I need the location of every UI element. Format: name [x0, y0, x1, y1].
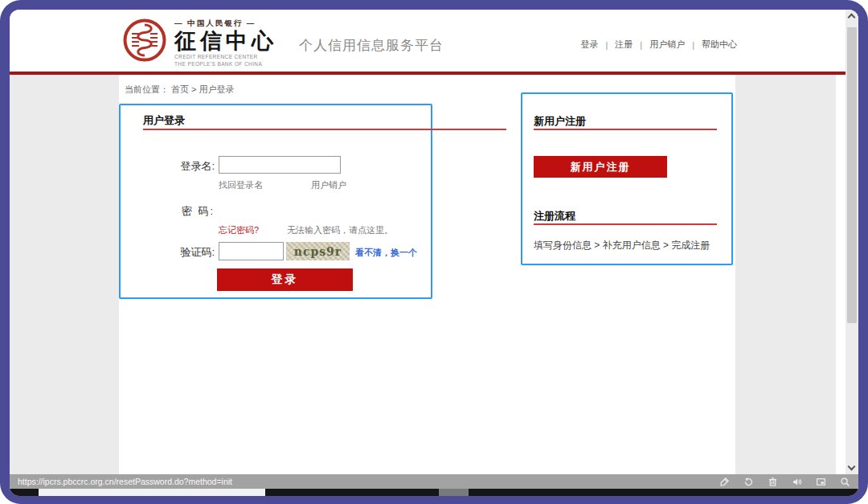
credit-center-name: 征信中心	[174, 30, 295, 52]
username-input[interactable]	[219, 156, 341, 174]
register-title-underline	[534, 129, 717, 130]
logo-english-line2: THE PEOPLE'S BANK OF CHINA	[174, 61, 295, 68]
recover-username-link[interactable]: 找回登录名	[219, 179, 263, 191]
register-panel: 新用户注册 新用户注册 注册流程 填写身份信息 > 补充用户信息 > 完成注册	[521, 92, 733, 265]
forgot-password-link[interactable]: 忘记密码?	[219, 224, 259, 236]
trash-icon[interactable]	[768, 477, 778, 487]
process-title-underline	[534, 223, 717, 225]
status-toolbar	[719, 477, 850, 487]
close-account-link[interactable]: 用户销户	[311, 179, 346, 191]
vertical-scrollbar-thumb[interactable]	[847, 27, 857, 323]
breadcrumb: 当前位置： 首页 > 用户登录	[125, 84, 235, 96]
login-panel: 用户登录 登录名: 找回登录名 用户销户 密 码: 忘记密码? 无法输入密码，请…	[119, 104, 432, 299]
browser-viewport: — 中国人民银行 — 征信中心 CREDIT REFERENCE CENTER …	[10, 10, 858, 496]
scroll-up-arrow-icon[interactable]	[848, 14, 856, 22]
captcha-input[interactable]	[219, 242, 284, 260]
nav-separator: |	[640, 40, 642, 50]
login-title-underline	[143, 129, 506, 130]
logo-english-line1: CREDIT REFERENCE CENTER	[174, 54, 295, 60]
magnifier-icon[interactable]	[840, 477, 850, 487]
pbc-seal-logo-icon	[122, 18, 167, 63]
horizontal-scrollbar[interactable]	[10, 489, 858, 496]
bank-name: — 中国人民银行 —	[174, 18, 295, 29]
logo-english-caption: CREDIT REFERENCE CENTER THE PEOPLE'S BAN…	[174, 54, 295, 68]
status-bar: https://ipcrs.pbccrc.org.cn/resetPasswor…	[10, 474, 858, 489]
nav-help-center-link[interactable]: 帮助中心	[702, 39, 737, 51]
login-panel-title: 用户登录	[143, 113, 185, 128]
status-url: https://ipcrs.pbccrc.org.cn/resetPasswor…	[18, 477, 232, 486]
volume-icon[interactable]	[792, 477, 802, 487]
horizontal-scrollbar-thumb[interactable]	[39, 489, 265, 496]
pip-window-icon[interactable]	[816, 477, 826, 487]
captcha-label: 验证码:	[174, 245, 215, 260]
history-icon[interactable]	[743, 477, 754, 487]
register-panel-title: 新用户注册	[534, 114, 586, 129]
header-nav: 登录 | 注册 | 用户销户 | 帮助中心	[580, 39, 737, 51]
nav-register-link[interactable]: 注册	[615, 39, 633, 51]
screenshot-frame: — 中国人民银行 — 征信中心 CREDIT REFERENCE CENTER …	[0, 0, 868, 504]
site-header: — 中国人民银行 — 征信中心 CREDIT REFERENCE CENTER …	[10, 10, 858, 72]
username-label: 登录名:	[174, 159, 215, 174]
captcha-image[interactable]: ncps9r	[286, 242, 350, 260]
horizontal-scrollbar-segment	[439, 489, 469, 496]
breadcrumb-prefix: 当前位置：	[125, 84, 169, 94]
logo-text-block: — 中国人民银行 — 征信中心 CREDIT REFERENCE CENTER …	[174, 18, 295, 68]
page-content: 当前位置： 首页 > 用户登录 用户登录 登录名: 找回登录名 用户销户 密 码…	[10, 75, 836, 474]
nav-separator: |	[692, 40, 694, 50]
password-help-text[interactable]: 无法输入密码，请点这里。	[287, 224, 393, 236]
breadcrumb-path: 首页 > 用户登录	[171, 84, 235, 94]
cleaner-icon[interactable]	[719, 477, 730, 487]
vertical-scrollbar[interactable]	[845, 10, 858, 474]
register-process-title: 注册流程	[534, 209, 575, 223]
new-user-register-button[interactable]: 新用户注册	[534, 156, 667, 178]
nav-close-account-link[interactable]: 用户销户	[649, 39, 685, 51]
password-label: 密 码:	[174, 204, 215, 219]
login-button[interactable]: 登录	[217, 268, 353, 291]
platform-title: 个人信用信息服务平台	[299, 36, 444, 55]
captcha-refresh-link[interactable]: 看不清，换一个	[355, 247, 417, 259]
nav-login-link[interactable]: 登录	[580, 39, 598, 51]
scroll-down-arrow-icon[interactable]	[848, 463, 856, 471]
nav-separator: |	[605, 40, 608, 50]
register-process-steps: 填写身份信息 > 补充用户信息 > 完成注册	[534, 239, 710, 252]
